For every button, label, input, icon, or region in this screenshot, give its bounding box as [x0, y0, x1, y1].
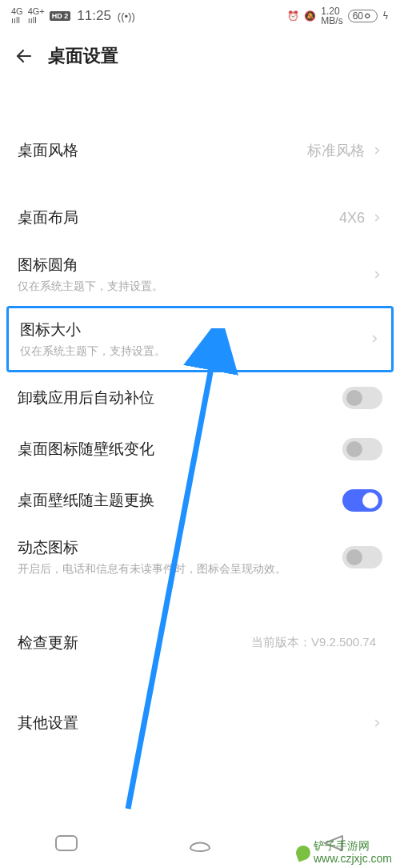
chevron-right-icon [371, 717, 382, 729]
watermark-logo-icon [294, 843, 312, 862]
row-title: 桌面壁纸随主题更换 [18, 490, 342, 511]
row-value: 4X6 [339, 210, 365, 227]
status-right: ⏰ 🔕 1.20MB/s 60⭘ ϟ [287, 6, 389, 26]
row-check-update[interactable]: 检查更新 当前版本：V9.2.500.74 [0, 617, 400, 669]
mute-icon: 🔕 [304, 10, 316, 22]
watermark-text: 铲子手游网 www.czjxjc.com [314, 840, 392, 865]
row-title: 其他设置 [18, 713, 371, 733]
row-title: 图标大小 [20, 319, 369, 340]
status-time: 11:25 [77, 8, 111, 24]
row-title: 卸载应用后自动补位 [18, 388, 342, 408]
row-title: 桌面风格 [18, 140, 307, 161]
row-title: 动态图标 [18, 537, 342, 558]
status-left: 4Gııll 4G+ııll HD 2 11:25 ((•)) [11, 7, 135, 25]
row-dynamic-icon: 动态图标 开启后，电话和信息有未读事件时，图标会呈现动效。 [0, 526, 400, 589]
charging-icon: ϟ [382, 10, 389, 22]
row-other-settings[interactable]: 其他设置 [0, 697, 400, 749]
app-header: 桌面设置 [0, 32, 400, 80]
recent-icon [54, 834, 78, 852]
alarm-icon: ⏰ [287, 10, 299, 22]
row-title: 桌面布局 [18, 207, 339, 228]
row-title: 检查更新 [18, 633, 251, 653]
hotspot-icon: ((•)) [118, 10, 135, 22]
signal-2-icon: 4G+ııll [28, 7, 45, 25]
arrow-left-icon [14, 46, 34, 66]
row-subtitle: 开启后，电话和信息有未读事件时，图标会呈现动效。 [18, 561, 342, 577]
nav-recent-button[interactable] [47, 828, 86, 858]
chevron-right-icon [371, 212, 382, 223]
row-wallpaper-with-theme: 桌面壁纸随主题更换 [0, 475, 400, 526]
chevron-right-icon [371, 145, 382, 156]
row-title: 桌面图标随壁纸变化 [18, 439, 342, 460]
row-value: 当前版本：V9.2.500.74 [251, 635, 376, 650]
row-icon-corner[interactable]: 图标圆角 仅在系统主题下，支持设置。 [0, 243, 400, 306]
page-title: 桌面设置 [48, 44, 118, 68]
battery-indicator: 60⭘ [348, 10, 378, 22]
row-desktop-style[interactable]: 桌面风格 标准风格 [0, 125, 400, 176]
row-title: 图标圆角 [18, 255, 371, 275]
nav-home-button[interactable] [181, 828, 219, 858]
row-value: 标准风格 [307, 141, 365, 160]
signal-1-icon: 4Gııll [11, 7, 23, 25]
svg-rect-3 [56, 836, 77, 850]
home-icon [187, 834, 213, 852]
toggle-auto-fill[interactable] [342, 387, 382, 409]
row-icon-size[interactable]: 图标大小 仅在系统主题下，支持设置。 [6, 306, 394, 373]
net-speed: 1.20MB/s [321, 6, 342, 26]
chevron-right-icon [369, 333, 380, 344]
settings-list: 桌面风格 标准风格 桌面布局 4X6 图标圆角 仅在系统主题下，支持设置。 图标… [0, 80, 400, 749]
row-subtitle: 仅在系统主题下，支持设置。 [18, 279, 371, 295]
chevron-right-icon [371, 269, 382, 280]
status-bar: 4Gııll 4G+ııll HD 2 11:25 ((•)) ⏰ 🔕 1.20… [0, 0, 400, 32]
watermark: 铲子手游网 www.czjxjc.com [296, 840, 392, 865]
row-auto-fill: 卸载应用后自动补位 [0, 372, 400, 424]
toggle-icon-wallpaper[interactable] [342, 438, 382, 460]
hd-badge: HD 2 [50, 11, 71, 21]
row-icon-with-wallpaper: 桌面图标随壁纸变化 [0, 424, 400, 475]
back-button[interactable] [10, 42, 38, 70]
row-desktop-layout[interactable]: 桌面布局 4X6 [0, 192, 400, 243]
toggle-wallpaper-theme[interactable] [342, 489, 382, 512]
toggle-dynamic-icon[interactable] [342, 546, 382, 569]
row-subtitle: 仅在系统主题下，支持设置。 [20, 344, 369, 360]
